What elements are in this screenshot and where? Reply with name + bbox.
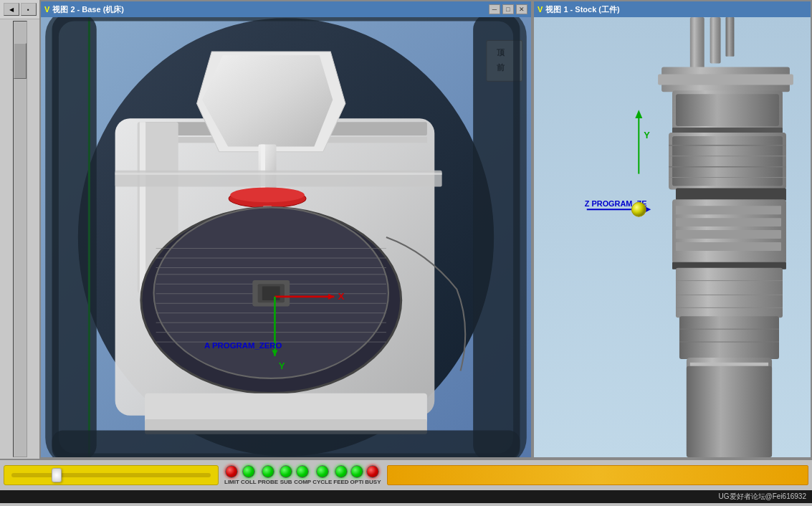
indicator-label-probe: PROBE <box>258 479 278 485</box>
svg-rect-77 <box>679 316 779 359</box>
viewport-right-titlebar: V 视图 1 - Stock (工件) <box>534 1 811 17</box>
v-scroll-thumb[interactable] <box>14 43 27 79</box>
indicator-sub: SUB <box>280 465 292 485</box>
indicator-limit: LIMIT <box>224 465 239 485</box>
svg-rect-59 <box>672 128 783 133</box>
viewport-left-minimize[interactable]: ─ <box>489 4 500 14</box>
sidebar-top-buttons: ◀ ▪ <box>0 0 39 19</box>
amber-bar <box>387 465 809 485</box>
svg-text:A PROGRAM_ZERO: A PROGRAM_ZERO <box>204 341 282 350</box>
viewport-canvas-left[interactable]: X Y A PROGRAM_ZERO 顶 前 <box>41 17 531 457</box>
svg-rect-16 <box>115 173 442 175</box>
indicator-label-feed: FEED <box>333 479 348 485</box>
indicator-light-opti <box>350 465 363 478</box>
indicator-label-coll: COLL <box>241 479 257 485</box>
bottom-toolbar: LIMIT COLL PROBE SUB COMP <box>0 459 812 490</box>
svg-rect-50 <box>52 430 520 457</box>
indicator-light-busy <box>366 465 379 478</box>
indicator-opti: OPTI <box>350 465 364 485</box>
indicator-light-coll <box>242 465 255 478</box>
indicator-light-cycle <box>316 465 329 478</box>
indicator-coll: COLL <box>241 465 257 485</box>
svg-rect-61 <box>672 136 783 186</box>
indicator-light-feed <box>335 465 348 478</box>
svg-point-12 <box>230 188 305 203</box>
svg-rect-71 <box>676 242 781 251</box>
svg-text:Y: Y <box>279 361 285 371</box>
indicator-light-comp <box>296 465 309 478</box>
viewport-left-maximize[interactable]: □ <box>502 4 514 14</box>
svg-rect-58 <box>676 94 779 126</box>
status-indicators: LIMIT COLL PROBE SUB COMP <box>224 465 381 485</box>
sidebar-btn-2[interactable]: ▪ <box>21 3 37 16</box>
v-scrollbar[interactable] <box>13 21 27 457</box>
viewport-left-controls: ─ □ ✕ <box>489 4 527 14</box>
indicator-label-busy: BUSY <box>365 479 381 485</box>
svg-text:Y: Y <box>644 130 650 140</box>
viewport-left-close[interactable]: ✕ <box>516 4 527 14</box>
indicator-probe: PROBE <box>258 465 278 485</box>
tool-visualization: Y Z PROGRAM_ZE <box>534 17 811 457</box>
svg-rect-81 <box>690 363 768 366</box>
main-container: ◀ ▪ V 视图 2 - Base (机床) ─ □ ✕ <box>0 0 812 506</box>
machine-visualization: X Y A PROGRAM_ZERO 顶 前 <box>41 17 531 457</box>
viewport-left: V 视图 2 - Base (机床) ─ □ ✕ <box>39 0 532 459</box>
svg-rect-53 <box>710 17 721 64</box>
svg-rect-34 <box>145 393 427 423</box>
viewport-left-titlebar: V 视图 2 - Base (机床) ─ □ ✕ <box>41 1 531 17</box>
viewport-left-title: 视图 2 - Base (机床) <box>52 4 124 15</box>
indicator-cycle: CYCLE <box>312 465 332 485</box>
svg-rect-56 <box>658 74 793 85</box>
viewport-right: V 视图 1 - Stock (工件) <box>532 0 812 459</box>
svg-rect-73 <box>676 268 783 318</box>
status-bar: UG爱好者论坛@Fei616932 <box>0 490 812 503</box>
indicator-label-cycle: CYCLE <box>312 479 332 485</box>
svg-rect-69 <box>676 218 781 226</box>
viewports-area: ◀ ▪ V 视图 2 - Base (机床) ─ □ ✕ <box>0 0 812 459</box>
indicator-label-comp: COMP <box>294 479 311 485</box>
indicator-light-limit <box>225 465 238 478</box>
svg-rect-6 <box>140 122 145 292</box>
indicator-comp: COMP <box>294 465 311 485</box>
svg-rect-48 <box>52 17 97 457</box>
svg-rect-70 <box>676 230 781 239</box>
slider-thumb[interactable] <box>52 468 62 482</box>
svg-rect-68 <box>676 206 781 214</box>
svg-rect-54 <box>726 17 735 57</box>
svg-rect-49 <box>473 17 520 457</box>
indicator-light-sub <box>280 465 292 478</box>
slider-container[interactable] <box>4 465 219 485</box>
viewport-canvas-right[interactable]: Y Z PROGRAM_ZE <box>534 17 811 457</box>
indicator-label-limit: LIMIT <box>224 479 239 485</box>
slider-track <box>11 473 211 477</box>
sidebar-btn-1[interactable]: ◀ <box>4 3 19 16</box>
indicator-light-probe <box>262 465 274 478</box>
status-text: UG爱好者论坛@Fei616932 <box>719 492 806 502</box>
sidebar-strip: ◀ ▪ <box>0 0 39 459</box>
svg-point-90 <box>631 202 646 216</box>
indicator-busy: BUSY <box>365 465 381 485</box>
indicator-feed: FEED <box>333 465 348 485</box>
svg-text:X: X <box>338 291 345 302</box>
bottom-section: LIMIT COLL PROBE SUB COMP <box>0 459 812 506</box>
indicator-label-sub: SUB <box>280 479 292 485</box>
svg-marker-8 <box>202 55 333 146</box>
svg-rect-82 <box>687 366 772 457</box>
viewport-left-icon: V <box>44 5 49 14</box>
viewport-right-title: 视图 1 - Stock (工件) <box>545 4 619 15</box>
viewport-right-icon: V <box>538 5 543 14</box>
svg-rect-33 <box>262 286 280 300</box>
svg-rect-66 <box>676 188 786 201</box>
svg-rect-52 <box>690 17 704 74</box>
indicator-label-opti: OPTI <box>350 479 364 485</box>
